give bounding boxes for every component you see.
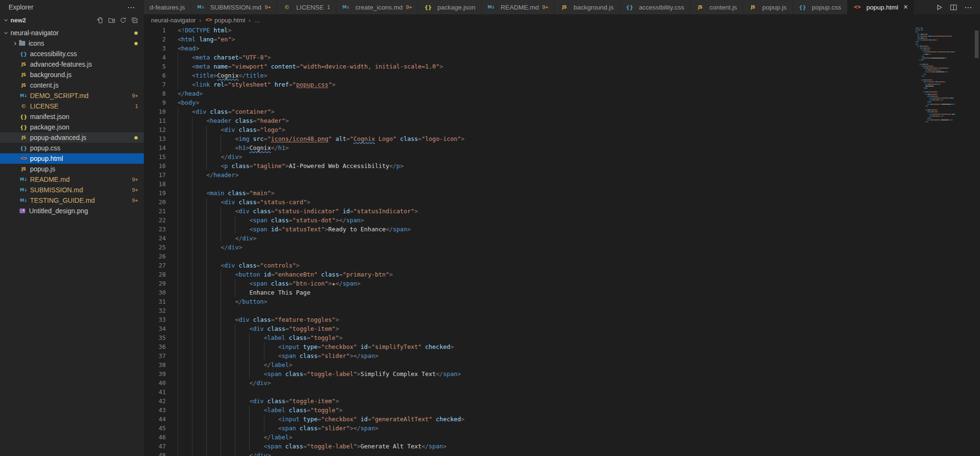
split-editor-icon[interactable]: [950, 4, 957, 11]
close-icon[interactable]: ×: [903, 3, 908, 11]
line-number: 41: [144, 387, 166, 397]
tree-item-background-js[interactable]: JSbackground.js: [0, 69, 144, 80]
tab-content-js[interactable]: JScontent.js: [690, 0, 743, 14]
code-line[interactable]: 48</div>: [144, 451, 980, 456]
line-number: 26: [144, 252, 166, 261]
new-file-icon[interactable]: [97, 17, 104, 24]
tree-item-package-json[interactable]: {}package.json: [0, 122, 144, 132]
tab-submission-md[interactable]: M↓SUBMISSION.md9+: [191, 0, 277, 14]
code-line[interactable]: 7<link rel="stylesheet" href="popup.css"…: [144, 80, 980, 89]
collapse-all-icon[interactable]: [131, 17, 138, 24]
explorer-more-icon[interactable]: ⋯: [127, 3, 135, 12]
code-line[interactable]: 39<span class="toggle-label">Simplify Co…: [144, 369, 980, 378]
code-line[interactable]: 41: [144, 387, 980, 397]
line-number: 28: [144, 270, 166, 279]
code-line[interactable]: 11<header class="header">: [144, 116, 980, 125]
tab-package-json[interactable]: {}package.json: [418, 0, 482, 14]
tree-item-popup-advanced-js[interactable]: JSpopup-advanced.js: [0, 132, 144, 143]
code-line[interactable]: 37<span class="slider"></span>: [144, 351, 980, 360]
code-line[interactable]: 43<label class="toggle">: [144, 406, 980, 415]
minimap[interactable]: [915, 28, 972, 151]
code-line[interactable]: 19<main class="main">: [144, 188, 980, 198]
code-line[interactable]: 38</label>: [144, 360, 980, 369]
more-actions-icon[interactable]: ⋯: [964, 3, 972, 12]
tab-d-features-js[interactable]: d-features.js: [144, 0, 191, 14]
tab-create-icons-md[interactable]: M↓create_icons.md9+: [336, 0, 418, 14]
tree-item-advanced-features-js[interactable]: JSadvanced-features.js: [0, 59, 144, 69]
tab-accessibility-css[interactable]: {}accessibility.css: [620, 0, 690, 14]
code-line[interactable]: 12<div class="logo">: [144, 125, 980, 134]
tree-item-popup-js[interactable]: JSpopup.js: [0, 164, 144, 174]
tree-item-popup-html[interactable]: <>popup.html: [0, 153, 144, 164]
code-line[interactable]: 8</head>: [144, 89, 980, 98]
code-line[interactable]: 1<!DOCTYPE html>: [144, 26, 980, 35]
code-line[interactable]: 17</header>: [144, 170, 980, 179]
breadcrumb-item[interactable]: …: [254, 17, 260, 24]
code-line[interactable]: 45<span class="slider"></span>: [144, 424, 980, 433]
tree-item-untitled-design-png[interactable]: Untitled_design.png: [0, 206, 144, 216]
code-line[interactable]: 35<label class="toggle">: [144, 333, 980, 342]
tree-item-license[interactable]: ©LICENSE1: [0, 101, 144, 111]
code-line[interactable]: 34<div class="toggle-item">: [144, 324, 980, 333]
tree-item-demo-script-md[interactable]: M↓DEMO_SCRIPT.md9+: [0, 90, 144, 101]
line-number: 30: [144, 288, 166, 297]
code-line[interactable]: 15</div>: [144, 152, 980, 161]
css-file-icon: {}: [626, 4, 634, 10]
code-line[interactable]: 25</div>: [144, 243, 980, 252]
tree-item-popup-css[interactable]: {}popup.css: [0, 143, 144, 153]
code-line[interactable]: 42<div class="toggle-item">: [144, 397, 980, 406]
code-line[interactable]: 33<div class="feature-toggles">: [144, 315, 980, 324]
tab-readme-md[interactable]: M↓README.md9+: [482, 0, 555, 14]
tab-popup-js[interactable]: JSpopup.js: [743, 0, 793, 14]
code-line[interactable]: 23<span id="statusText">Ready to Enhance…: [144, 225, 980, 234]
tree-item-neural-navigator[interactable]: neural-navigator: [0, 28, 144, 38]
refresh-icon[interactable]: [120, 17, 127, 24]
code-line[interactable]: 5<meta name="viewport" content="width=de…: [144, 62, 980, 71]
code-line[interactable]: 46</label>: [144, 433, 980, 442]
code-line[interactable]: 9<body>: [144, 98, 980, 107]
code-line[interactable]: 30Enhance This Page: [144, 288, 980, 297]
code-line[interactable]: 16<p class="tagline">AI-Powered Web Acce…: [144, 161, 980, 170]
tree-item-submission-md[interactable]: M↓SUBMISSION.md9+: [0, 185, 144, 195]
tab-popup-html[interactable]: <>popup.html×: [848, 0, 914, 14]
code-line[interactable]: 31</button>: [144, 297, 980, 306]
tab-background-js[interactable]: JSbackground.js: [555, 0, 620, 14]
code-line[interactable]: 44<input type="checkbox" id="generateAlt…: [144, 415, 980, 424]
breadcrumb-item[interactable]: <>popup.html: [204, 17, 245, 24]
explorer-sidebar: Explorer ⋯ new2 neural-navigatoricons{}a…: [0, 0, 144, 456]
code-line[interactable]: 10<div class="container">: [144, 107, 980, 116]
code-line[interactable]: 21<div class="status-indicator" id="stat…: [144, 207, 980, 216]
code-editor[interactable]: 1<!DOCTYPE html>2<html lang="en">3<head>…: [144, 26, 980, 456]
code-line[interactable]: 24</div>: [144, 234, 980, 243]
workspace-section-header[interactable]: new2: [0, 14, 144, 26]
tree-item-accessibility-css[interactable]: {}accessibility.css: [0, 49, 144, 59]
code-line[interactable]: 36<input type="checkbox" id="simplifyTex…: [144, 342, 980, 351]
code-line[interactable]: 27<div class="controls">: [144, 261, 980, 270]
tree-item-manifest-json[interactable]: {}manifest.json: [0, 111, 144, 122]
code-line[interactable]: 22<span class="status-dot"></span>: [144, 216, 980, 225]
tree-item-readme-md[interactable]: M↓README.md9+: [0, 174, 144, 185]
code-line[interactable]: 2<html lang="en">: [144, 35, 980, 44]
new-folder-icon[interactable]: [108, 17, 115, 24]
code-line[interactable]: 4<meta charset="UTF-8">: [144, 53, 980, 62]
code-line[interactable]: 13<img src="icons/icon48.png" alt="Cogni…: [144, 134, 980, 143]
code-line[interactable]: 47<span class="toggle-label">Generate Al…: [144, 442, 980, 451]
code-line[interactable]: 28<button id="enhanceBtn" class="primary…: [144, 270, 980, 279]
code-line[interactable]: 32: [144, 306, 980, 315]
code-line[interactable]: 3<head>: [144, 44, 980, 53]
code-line[interactable]: 14<h1>Cognix</h1>: [144, 143, 980, 152]
tree-item-icons[interactable]: icons: [0, 38, 144, 49]
tab-popup-css[interactable]: {}popup.css: [793, 0, 848, 14]
tab-license[interactable]: ©LICENSE1: [277, 0, 336, 14]
code-line[interactable]: 6<title>Cognix</title>: [144, 71, 980, 80]
code-line[interactable]: 18: [144, 179, 980, 188]
tree-item-content-js[interactable]: JScontent.js: [0, 80, 144, 90]
run-icon[interactable]: [936, 4, 943, 11]
breadcrumb-item[interactable]: neural-navigator: [151, 17, 196, 24]
scrollbar-thumb[interactable]: [975, 30, 979, 58]
code-line[interactable]: 40</div>: [144, 378, 980, 387]
tree-item-testing-guide-md[interactable]: M↓TESTING_GUIDE.md9+: [0, 195, 144, 206]
code-line[interactable]: 26: [144, 252, 980, 261]
code-line[interactable]: 20<div class="status-card">: [144, 198, 980, 207]
code-line[interactable]: 29<span class="btn-icon">★</span>: [144, 279, 980, 288]
